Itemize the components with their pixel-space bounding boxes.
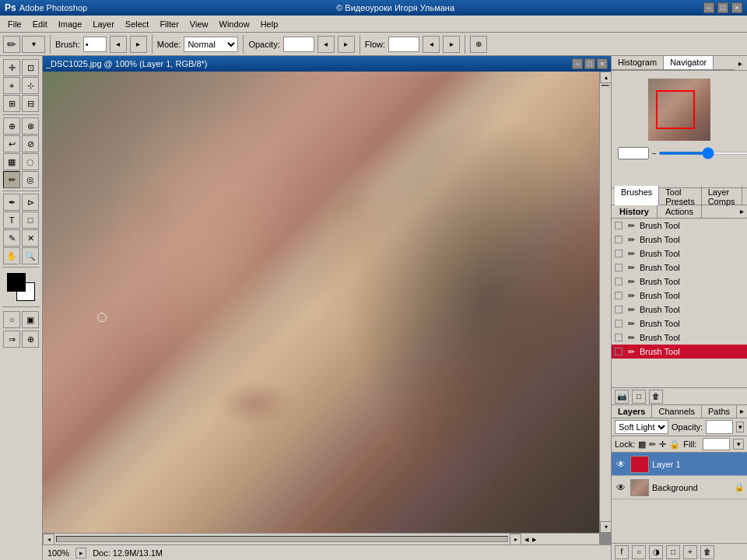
nav-right-arrow[interactable]: ▸ (532, 534, 537, 544)
brush-size-input[interactable] (83, 37, 107, 52)
tool-presets-tab[interactable]: Tool Presets (659, 186, 701, 208)
history-checkbox[interactable] (615, 236, 622, 243)
lock-transparent-btn[interactable]: ▩ (638, 439, 646, 450)
menu-edit[interactable]: Edit (28, 18, 52, 30)
layers-tab[interactable]: Layers (612, 405, 652, 418)
slice-tool[interactable]: ⊟ (22, 95, 39, 112)
dodge-tool[interactable]: ◎ (22, 171, 39, 188)
foreground-color[interactable] (7, 273, 26, 292)
layer-mask-btn[interactable]: ○ (632, 545, 646, 559)
history-item[interactable]: ✏ Brush Tool (612, 233, 747, 247)
info-tab[interactable]: Info (742, 186, 748, 208)
opacity-up[interactable]: ▸ (338, 36, 355, 53)
actions-tab[interactable]: Actions (658, 205, 702, 218)
history-item[interactable]: ✏ Brush Tool (612, 219, 747, 233)
history-checkbox[interactable] (615, 334, 622, 341)
vertical-scrollbar[interactable]: ▴ ▾ (599, 72, 611, 533)
opacity-down[interactable]: ◂ (317, 36, 335, 53)
scroll-up-btn[interactable]: ▴ (600, 72, 611, 83)
paths-tab[interactable]: Paths (702, 405, 737, 418)
gradient-tool[interactable]: ▦ (3, 153, 20, 170)
fill-stepper[interactable]: ▾ (733, 439, 744, 450)
lock-image-btn[interactable]: ✏ (649, 439, 656, 450)
vscroll-track[interactable] (601, 85, 609, 86)
photo-canvas[interactable] (43, 72, 599, 533)
doc-close[interactable]: × (597, 58, 608, 69)
flow-input[interactable]: 100% (388, 37, 419, 52)
history-item[interactable]: ✏ Brush Tool (612, 275, 747, 289)
scroll-left-btn[interactable]: ◂ (43, 534, 54, 545)
zoom-out-icon[interactable]: − (652, 149, 657, 158)
history-item[interactable]: ✏ Brush Tool (612, 331, 747, 345)
scroll-down-btn[interactable]: ▾ (600, 521, 611, 533)
layer-adjustment-btn[interactable]: ◑ (649, 545, 663, 559)
brush-size-down[interactable]: ◂ (110, 36, 127, 53)
history-snapshot-btn[interactable]: 📷 (615, 390, 629, 404)
shape-tool[interactable]: □ (22, 212, 39, 229)
menu-select[interactable]: Select (121, 18, 154, 30)
menu-layer[interactable]: Layer (88, 18, 119, 30)
layers-menu-btn[interactable]: ▸ (737, 405, 747, 416)
history-checkbox[interactable] (615, 222, 622, 229)
layer-item-layer1[interactable]: 👁 Layer 1 (612, 453, 747, 476)
nav-left-arrow[interactable]: ◂ (524, 534, 529, 544)
opacity-stepper[interactable]: ▾ (736, 422, 744, 432)
move-tool[interactable]: ✛ (3, 59, 20, 76)
mode-select[interactable]: Normal Soft Light Multiply (184, 37, 238, 52)
menu-filter[interactable]: Filter (155, 18, 183, 30)
brush-tool-box[interactable]: ✏ (3, 171, 20, 188)
blur-tool[interactable]: ◌ (22, 153, 39, 170)
nav-zoom-slider[interactable] (658, 152, 747, 155)
menu-help[interactable]: Help (256, 18, 283, 30)
histogram-tab[interactable]: Histogram (612, 56, 664, 69)
lasso-tool[interactable]: ⌖ (3, 77, 20, 94)
menu-window[interactable]: Window (215, 18, 254, 30)
layer-comps-tab[interactable]: Layer Comps (702, 186, 742, 208)
zoom-tool[interactable]: 🔍 (22, 247, 39, 264)
horizontal-scrollbar[interactable]: ◂ ▸ ◂ ▸ (43, 533, 599, 544)
layer-delete-btn[interactable]: 🗑 (700, 545, 714, 559)
magic-wand-tool[interactable]: ⊹ (22, 77, 39, 94)
history-checkbox[interactable] (615, 320, 622, 327)
status-arrow[interactable]: ▸ (75, 548, 86, 558)
color-swatch[interactable] (7, 273, 35, 301)
brush-preset-btn[interactable]: ▾ (22, 36, 45, 53)
jump-to-imageready[interactable]: ⇒ (3, 331, 20, 348)
opacity-input[interactable]: 8% (283, 37, 314, 52)
history-item[interactable]: ✏ Brush Tool (612, 303, 747, 317)
eyedropper-tool[interactable]: ✕ (22, 229, 39, 247)
close-button[interactable]: × (731, 2, 742, 13)
channels-tab[interactable]: Channels (652, 405, 701, 418)
history-item-active[interactable]: ✏ Brush Tool (612, 345, 747, 359)
brushes-tab[interactable]: Brushes (615, 186, 659, 208)
history-tab[interactable]: History (612, 205, 658, 218)
navigator-tab[interactable]: Navigator (664, 56, 714, 69)
history-checkbox[interactable] (615, 306, 622, 313)
maximize-button[interactable]: □ (717, 2, 728, 13)
screen-mode-btn[interactable]: ▣ (22, 311, 39, 328)
hscroll-track[interactable] (56, 536, 508, 542)
lock-all-btn[interactable]: 🔒 (669, 439, 680, 450)
menu-file[interactable]: File (3, 18, 26, 30)
doc-window-controls[interactable]: − □ × (572, 58, 608, 69)
layer-fx-btn[interactable]: f (615, 545, 629, 559)
history-checkbox[interactable] (615, 292, 622, 299)
doc-maximize[interactable]: □ (584, 58, 595, 69)
lock-position-btn[interactable]: ✛ (659, 439, 666, 450)
quick-mask-btn[interactable]: ○ (3, 311, 20, 328)
layer-item-background[interactable]: 👁 Background 🔒 (612, 476, 747, 499)
history-brush-tool[interactable]: ↩ (3, 135, 20, 152)
fill-input[interactable]: 100% (703, 438, 730, 450)
eraser-tool[interactable]: ⊘ (22, 135, 39, 152)
history-item[interactable]: ✏ Brush Tool (612, 289, 747, 303)
history-checkbox[interactable] (615, 278, 622, 285)
nav-panel-menu[interactable]: ▸ (735, 58, 745, 68)
notes-tool[interactable]: ✎ (3, 229, 20, 247)
menu-view[interactable]: View (185, 18, 213, 30)
history-item[interactable]: ✏ Brush Tool (612, 261, 747, 275)
layer-group-btn[interactable]: □ (666, 545, 680, 559)
doc-minimize[interactable]: − (572, 58, 583, 69)
scroll-right-btn[interactable]: ▸ (510, 534, 521, 545)
layer-opacity-input[interactable]: 100% (706, 420, 733, 434)
flow-down[interactable]: ◂ (423, 36, 440, 53)
